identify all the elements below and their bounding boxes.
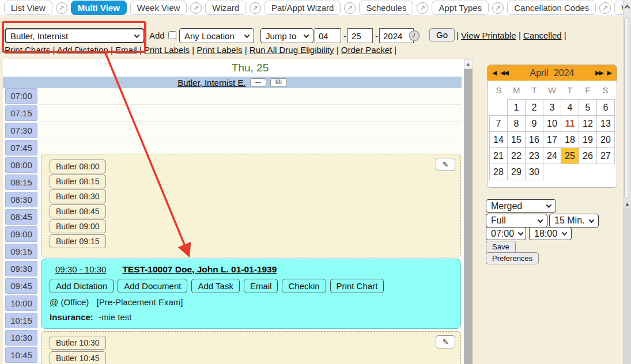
run-drug-eligibility-link[interactable]: Run All Drug Eligibility [250,45,334,55]
tab-schedules[interactable]: Schedules [359,1,413,15]
calendar-day-selected[interactable]: 25 [561,148,579,164]
patient-name-link[interactable]: TEST-10007 Doe, John L. 01-01-1939 [122,264,277,275]
calendar-day[interactable]: 24 [543,148,561,164]
external-link-icon[interactable]: ↗ [599,2,611,14]
page-scrollbar[interactable]: ▲ [623,0,631,364]
add-task-button[interactable]: Add Task [191,279,239,293]
tab-appt-types[interactable]: Appt Types [432,1,489,15]
calendar-day[interactable]: 9 [526,116,543,132]
tab-week-view[interactable]: Week View [130,1,187,15]
calendar-day[interactable]: 22 [508,148,526,164]
date-day-input[interactable] [347,28,373,43]
calendar-prev-fast-icon[interactable]: ◀◀ [500,69,508,77]
calendar-day[interactable]: 2 [526,100,543,116]
save-button[interactable]: Save [486,241,516,253]
calendar-day[interactable]: 29 [508,164,526,180]
tab-wait-list[interactable]: Wait [614,1,623,15]
calendar-prev-icon[interactable]: ◀ [492,69,497,77]
external-link-icon[interactable]: ↗ [417,2,428,14]
calendar-day[interactable]: 7 [490,116,508,132]
slot-button[interactable]: Butler 08:00 [50,160,106,173]
view-printable-link[interactable]: View Printable [461,31,516,40]
calendar-day[interactable]: 10 [543,116,561,132]
print-labels-link[interactable]: Print Labels [197,45,242,55]
calendar-day[interactable]: 21 [490,148,508,164]
external-link-icon[interactable]: ↗ [56,2,67,14]
email-link[interactable]: Email [115,45,137,55]
external-link-icon[interactable]: ↗ [492,2,504,14]
tab-multi-view[interactable]: Multi View [71,1,127,15]
edit-block-button[interactable]: ✎ [436,335,455,348]
add-dictation-link[interactable]: Add Dictation [57,45,108,55]
slot-button[interactable]: Butler 10:30 [50,336,106,350]
view-size-select[interactable]: Full [486,214,547,227]
end-time-select[interactable]: 18:00 [529,227,572,240]
calendar-day[interactable]: 5 [579,100,597,116]
calendar-day[interactable]: 4 [561,100,579,116]
calendar-day[interactable]: 3 [543,100,561,116]
scrollbar-thumb[interactable] [624,17,630,199]
checkin-button[interactable]: Checkin [282,279,326,293]
collapse-column-button[interactable]: — [250,78,266,87]
external-link-icon[interactable]: ↗ [190,2,202,14]
slot-button[interactable]: Butler 09:15 [50,234,106,248]
slot-button[interactable]: Butler 10:45 [50,351,106,364]
calendar-day[interactable]: 16 [526,132,543,148]
external-link-icon[interactable]: ↗ [250,2,261,14]
add-checkbox[interactable] [168,31,176,39]
scrollbar-track[interactable] [624,209,631,364]
preferences-button[interactable]: Preferences [486,252,539,264]
merge-mode-select[interactable]: Merged [486,199,556,213]
scroll-up-icon[interactable]: ▲ [464,59,473,69]
calendar-day[interactable]: 28 [490,164,508,180]
appointment-time-link[interactable]: 09:30 - 10:30 [55,264,106,274]
calendar-next-fast-icon[interactable]: ▶▶ [595,69,603,77]
print-charts-link[interactable]: Print Charts [5,45,50,55]
interval-select[interactable]: 15 Min. [549,214,599,227]
location-select[interactable]: Any Location [179,28,254,43]
calendar-day[interactable]: 23 [526,148,543,164]
calendar-day[interactable]: 17 [543,132,561,148]
external-link-icon[interactable]: ↗ [344,2,356,14]
tab-list-view[interactable]: List View [4,1,52,15]
print-labels-link[interactable]: Print Labels [144,45,190,55]
start-time-select[interactable]: 07:00 [486,227,526,240]
jump-to-select[interactable]: Jump to [260,28,313,43]
slot-button[interactable]: Butler 09:00 [50,219,106,233]
slot-button[interactable]: Butler 08:15 [50,175,106,188]
scroll-up-icon[interactable] [625,5,630,11]
fb-toggle-button[interactable]: f/b [270,78,287,87]
calendar-day[interactable]: 20 [597,132,615,148]
go-button[interactable]: Go [429,28,455,41]
calendar-day[interactable]: 14 [490,132,508,148]
calendar-day[interactable]: 19 [579,132,597,148]
scrollbar-thumb[interactable] [464,69,473,364]
calendar-day[interactable]: 27 [597,148,615,164]
calendar-day[interactable]: 15 [508,132,526,148]
slot-button[interactable]: Butler 08:30 [50,189,106,203]
location-at-link[interactable]: @ [50,297,58,307]
calendar-next-icon[interactable]: ▶ [607,69,612,77]
appointment-card[interactable]: 09:30 - 10:30 TEST-10007 Doe, John L. 01… [41,259,461,329]
slot-button[interactable]: Butler 08:45 [50,204,106,218]
calendar-day[interactable]: 26 [579,148,597,164]
add-document-button[interactable]: Add Document [118,279,187,293]
calendar-day[interactable]: 30 [526,164,543,180]
tab-pat-appt-wizard[interactable]: Pat/Appt Wizard [265,1,341,15]
calendar-day[interactable]: 18 [561,132,579,148]
calendar-day-today[interactable]: 11 [561,116,579,132]
cancelled-link[interactable]: Cancelled [523,31,562,40]
calendar-day[interactable]: 6 [597,100,615,116]
provider-link[interactable]: Butler, Internist E. [177,78,245,88]
scroll-up-icon[interactable]: ▲ [624,200,631,208]
tab-wizard[interactable]: Wizard [205,1,246,15]
tab-cancellation-codes[interactable]: Cancellation Codes [507,1,596,15]
email-button[interactable]: Email [244,279,278,293]
edit-block-button[interactable]: ✎ [436,158,455,171]
schedule-scrollbar[interactable]: ▲ [464,59,473,364]
calendar-day[interactable]: 1 [508,100,526,116]
calendar-day[interactable]: 13 [597,116,615,132]
add-dictation-button[interactable]: Add Dictation [50,279,114,293]
print-chart-button[interactable]: Print Chart [330,279,384,293]
order-packet-link[interactable]: Order Packet [341,45,392,55]
